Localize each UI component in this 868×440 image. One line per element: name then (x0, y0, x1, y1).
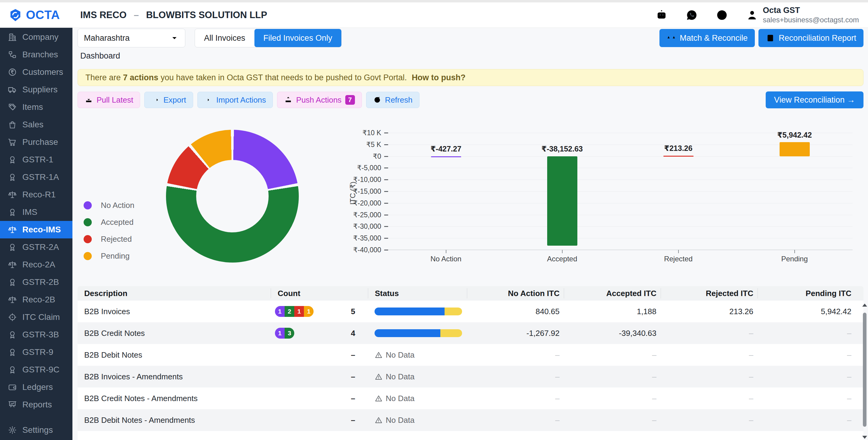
sidebar-item-settings[interactable]: Settings (0, 421, 72, 439)
match-reconcile-button[interactable]: Match & Reconcile (659, 29, 755, 47)
column-header-rejected-itc[interactable]: Rejected ITC (661, 288, 757, 298)
no-data-label: No Data (386, 350, 414, 360)
toggle-filed-invoices-only[interactable]: Filed Invoices Only (254, 29, 341, 47)
status-segment-yellow (440, 329, 462, 337)
legend-item-no-action[interactable]: No Action (84, 201, 134, 209)
y-tick-label: ₹5 K (346, 140, 381, 149)
lifebuoy-icon[interactable] (716, 9, 728, 22)
tab-dashboard[interactable]: Dashboard (78, 51, 120, 61)
whatsapp-icon[interactable] (685, 9, 698, 22)
tab-bar: Dashboard (78, 50, 120, 62)
badge-green: 2 (285, 306, 294, 317)
scrollbar-thumb[interactable] (863, 313, 867, 427)
column-header-pending-itc[interactable]: Pending ITC (757, 288, 864, 298)
table-row-b2b-invoices-amendments[interactable]: B2B Invoices - Amendments–No Data–––– (78, 366, 864, 387)
sidebar-item-company[interactable]: Company (0, 28, 72, 46)
legend-label: Pending (101, 251, 129, 261)
reconciliation-report-button[interactable]: Reconciliation Report (758, 29, 864, 47)
no-data-indicator: No Data (375, 394, 463, 403)
app-logo[interactable]: OCTA (0, 8, 72, 22)
table-row-b2b-debit-notes-amendments[interactable]: B2B Debit Notes - Amendments–No Data–––– (78, 409, 864, 431)
sidebar-item-gstr-2b[interactable]: GSTR-2B (0, 274, 72, 291)
gridline (388, 215, 852, 215)
toggle-all-invoices[interactable]: All Invoices (195, 29, 254, 47)
status-progress-bar (375, 308, 462, 315)
sidebar-item-purchase[interactable]: Purchase (0, 133, 72, 151)
robot-icon[interactable] (655, 9, 668, 22)
legend-item-accepted[interactable]: Accepted (84, 218, 134, 226)
download-icon (85, 96, 93, 104)
table-row-b2b-invoices[interactable]: B2B Invoices12115840.651,188213.265,942.… (78, 301, 864, 322)
sidebar-item-reco-ims[interactable]: Reco-IMS (0, 221, 72, 239)
sidebar-item-gstr-3b[interactable]: GSTR-3B (0, 326, 72, 343)
legend-item-rejected[interactable]: Rejected (84, 235, 134, 243)
sidebar-item-ledgers[interactable]: Ledgers (0, 378, 72, 396)
column-header-description[interactable]: Description (78, 288, 271, 298)
y-tick-mark (384, 156, 388, 157)
row-description: B2B Debit Notes (78, 350, 271, 360)
column-header-no-action-itc[interactable]: No Action ITC (467, 288, 564, 298)
scales-icon (8, 295, 17, 304)
main-content: Maharashtra All Invoices Filed Invoices … (72, 28, 868, 440)
table-row-b2b-credit-notes-amendments[interactable]: B2B Credit Notes - Amendments–No Data–––… (78, 387, 864, 409)
sidebar-item-reco-r1[interactable]: Reco-R1 (0, 186, 72, 203)
bar-value-label: ₹-427.27 (401, 145, 491, 153)
column-header-label: Rejected ITC (706, 289, 754, 298)
table-row-b2b-debit-notes[interactable]: B2B Debit Notes–No Data–––– (78, 344, 864, 366)
row-description: B2B Credit Notes - Amendments (78, 394, 271, 403)
push-actions-button[interactable]: Push Actions 7 (277, 92, 362, 108)
sidebar-item-reco-2b[interactable]: Reco-2B (0, 291, 72, 308)
scroll-up-icon[interactable] (862, 304, 867, 307)
sidebar-item-gstr-2a[interactable]: GSTR-2A (0, 239, 72, 256)
state-select[interactable]: Maharashtra (78, 29, 185, 48)
column-header-accepted-itc[interactable]: Accepted ITC (564, 288, 661, 298)
sidebar-item-suppliers[interactable]: Suppliers (0, 81, 72, 98)
refresh-button[interactable]: Refresh (366, 92, 420, 108)
row-value-accepted-itc: – (564, 394, 661, 403)
row-description: B2B Invoices - Amendments (78, 372, 271, 381)
sidebar-item-gstr-9c[interactable]: GSTR-9C (0, 361, 72, 378)
sidebar-item-itc-claim[interactable]: ITC Claim (0, 308, 72, 326)
row-count: 4 (351, 328, 355, 338)
sidebar-item-label: Settings (22, 425, 53, 435)
sidebar-item-label: Reco-2A (22, 260, 55, 270)
gridline (388, 191, 852, 192)
row-count-empty: – (351, 415, 355, 425)
view-reconciliation-button[interactable]: View Reconciliation → (766, 91, 864, 108)
legend-item-pending[interactable]: Pending (84, 252, 134, 260)
sidebar-item-gstr-1[interactable]: GSTR-1 (0, 151, 72, 168)
badge-orange: 1 (304, 306, 314, 317)
column-header-status[interactable]: Status (368, 288, 467, 298)
how-to-push-link[interactable]: How to push? (412, 73, 465, 83)
row-count-cell: 134 (271, 328, 368, 339)
row-value-pending-itc: – (757, 415, 864, 425)
sidebar-item-sales[interactable]: Sales (0, 116, 72, 133)
row-value-no-action-itc: – (467, 372, 564, 381)
sidebar-item-reports[interactable]: Reports (0, 396, 72, 413)
banner-text: you have taken in Octa GST that needs to… (158, 73, 407, 83)
sidebar-item-gstr-1a[interactable]: GSTR-1A (0, 168, 72, 186)
pull-latest-button[interactable]: Pull Latest (78, 92, 140, 108)
invoice-filter-toggle: All Invoices Filed Invoices Only (195, 29, 342, 48)
row-value-accepted-itc: – (564, 415, 661, 425)
y-tick-label: ₹-40,000 (346, 246, 381, 254)
sidebar-item-branches[interactable]: Branches (0, 46, 72, 63)
table-row-b2b-credit-notes[interactable]: B2B Credit Notes134-1,267.92-39,340.63–– (78, 322, 864, 344)
export-button[interactable]: Export (144, 92, 193, 108)
award-icon (8, 172, 17, 182)
legend-swatch-pending (84, 252, 92, 260)
bar-chart-plot-area: ₹-427.27₹-38,152.63₹213.26₹5,942.42 (388, 133, 852, 250)
sidebar-item-ims[interactable]: IMS (0, 203, 72, 221)
sidebar-item-items[interactable]: Items (0, 98, 72, 116)
row-count-cell: – (271, 372, 368, 381)
sidebar-item-customers[interactable]: Customers (0, 63, 72, 81)
user-menu[interactable]: Octa GST sales+business@octagst.com (746, 6, 859, 24)
sidebar-item-reco-2a[interactable]: Reco-2A (0, 256, 72, 274)
scroll-down-icon[interactable] (862, 436, 867, 439)
import-actions-button[interactable]: Import Actions (197, 92, 273, 108)
building-icon (8, 33, 17, 42)
user-icon (746, 9, 758, 22)
row-value-accepted-itc: 1,188 (564, 307, 661, 316)
column-header-count[interactable]: Count (271, 288, 368, 298)
sidebar-item-gstr-9[interactable]: GSTR-9 (0, 343, 72, 361)
